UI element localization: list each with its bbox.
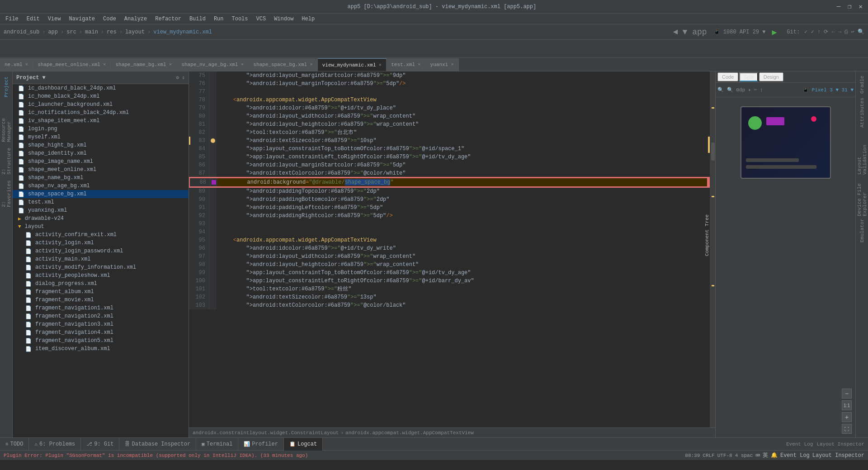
- layout-inspector[interactable]: Layout Inspector: [812, 452, 864, 459]
- tab-split[interactable]: Split: [739, 72, 758, 81]
- sidebar-file-dialog-progress-xml[interactable]: 📄dialog_progress.xml: [13, 280, 189, 288]
- breadcrumb-src[interactable]: src: [66, 29, 76, 35]
- zoom-expand-btn[interactable]: ⛶: [842, 424, 852, 434]
- sidebar-file-fragment-navigation3-xml[interactable]: 📄fragment_navigation3.xml: [13, 320, 189, 328]
- sidebar-file-shape-nv-age-bg-xml[interactable]: 📄shape_nv_age_bg.xml: [13, 182, 189, 190]
- code-content[interactable]: [217, 220, 710, 228]
- sidebar-file-activity-modify-information-xml[interactable]: 📄activity_modify_information.xml: [13, 263, 189, 271]
- tab-close-btn[interactable]: ×: [310, 62, 313, 67]
- sidebar-actions[interactable]: ⚙ ⇕: [176, 75, 185, 81]
- layout-inspector-btn[interactable]: Layout Inspector: [816, 442, 864, 447]
- code-content[interactable]: ">android:paddingTopcolor:#6a8759">="2dp…: [217, 187, 710, 195]
- breadcrumb-res[interactable]: res: [107, 29, 117, 35]
- code-content[interactable]: ">tool:textcolor:#6a8759">="台北市": [217, 128, 710, 137]
- zoom-tools[interactable]: 🔍 🔍 0dp ✦ ✂ ↕: [717, 87, 763, 93]
- sidebar-file-fragment-album-xml[interactable]: 📄fragment_album.xml: [13, 288, 189, 296]
- menu-item-analyze[interactable]: Analyze: [121, 15, 151, 23]
- code-content[interactable]: [217, 228, 710, 236]
- menu-item-refactor[interactable]: Refactor: [151, 15, 185, 23]
- tab-shape-space-bg-xml[interactable]: shape_space_bg.xml×: [249, 58, 317, 71]
- tab-shape-name-bg-xml[interactable]: shape_name_bg.xml×: [111, 58, 177, 71]
- close-button[interactable]: ✕: [857, 3, 864, 10]
- stripe-tab-gradle[interactable]: Gradle: [857, 73, 868, 96]
- code-content[interactable]: <androidx.appcompat.widget.AppCompatText…: [217, 236, 710, 244]
- tab-close-btn[interactable]: ×: [25, 62, 28, 67]
- sidebar-file-layout[interactable]: ▼layout: [13, 223, 189, 231]
- device-selector[interactable]: 📱 Pixel 3 ▼ 31 ▼: [802, 87, 854, 93]
- menu-item-build[interactable]: Build: [186, 15, 209, 23]
- tab-design[interactable]: Design: [759, 72, 783, 81]
- code-content[interactable]: ">android:paddingRightcolor:#6a8759">="5…: [217, 212, 710, 220]
- code-content[interactable]: ">android:paddingBottomcolor:#6a8759">="…: [217, 195, 710, 204]
- menu-item-file[interactable]: File: [2, 15, 22, 23]
- bottom-tab-terminal[interactable]: ▣Terminal: [196, 438, 238, 451]
- code-content[interactable]: ">android:layout_marginStartcolor:#6a875…: [217, 71, 710, 80]
- stripe-tab-attributes[interactable]: Attributes: [857, 97, 868, 128]
- sidebar-file-fragment-navigation1-xml[interactable]: 📄fragment_navigation1.xml: [13, 304, 189, 312]
- nav-back[interactable]: ◄: [673, 28, 678, 37]
- code-content[interactable]: ">android:layout_widthcolor:#6a8759">="w…: [217, 112, 710, 120]
- bottom-tab-logcat[interactable]: 📋Logcat: [284, 438, 323, 451]
- sidebar-file-myself-xml[interactable]: 📄myself.xml: [13, 133, 189, 141]
- sidebar-file-ic-dashboard-black-24dp-xml[interactable]: 📄ic_dashboard_black_24dp.xml: [13, 84, 189, 92]
- stripe-tab-device-file[interactable]: Device File Explorer: [857, 176, 868, 216]
- menu-item-code[interactable]: Code: [99, 15, 120, 23]
- stripe-tab-resource[interactable]: Resource Manager: [1, 101, 12, 142]
- sidebar-file-ic-launcher-background-xml[interactable]: 📄ic_launcher_background.xml: [13, 100, 189, 109]
- minimize-button[interactable]: —: [835, 3, 842, 10]
- code-content[interactable]: ">android:idcolor:#6a8759">="@+id/tv_dy_…: [217, 104, 710, 112]
- sidebar-file-fragment-navigation2-xml[interactable]: 📄fragment_navigation2.xml: [13, 312, 189, 320]
- code-content[interactable]: ">android:layout_marginTopcolor:#6a8759"…: [217, 80, 710, 88]
- code-content[interactable]: ">app:layout_constraintLeft_toRightOfcol…: [217, 153, 710, 161]
- tab-close-btn[interactable]: ×: [103, 62, 106, 67]
- zoom-in-btn[interactable]: +: [842, 412, 852, 422]
- tab-shape-meet-online-xml[interactable]: shape_meet_online.xml×: [33, 58, 111, 71]
- tab-close-btn[interactable]: ×: [451, 62, 454, 67]
- code-content[interactable]: [217, 88, 710, 96]
- code-content[interactable]: <androidx.appcompat.widget.AppCompatText…: [217, 96, 710, 104]
- breadcrumb-android-sub[interactable]: android_sub: [4, 29, 39, 35]
- bottom-tab-profiler[interactable]: 📊Profiler: [238, 438, 284, 451]
- menu-item-run[interactable]: Run: [210, 15, 227, 23]
- run-button[interactable]: ▶: [772, 27, 777, 37]
- code-content[interactable]: ">tool:textcolor:#6a8759">="粉丝": [217, 285, 710, 293]
- event-log[interactable]: Event Log: [780, 452, 810, 459]
- code-content[interactable]: ">app:layout_constraintTop_toBottomOfcol…: [217, 145, 708, 153]
- breadcrumb-app[interactable]: app: [48, 29, 58, 35]
- tab-close-btn[interactable]: ×: [241, 62, 244, 67]
- menu-item-navigate[interactable]: Navigate: [65, 15, 99, 23]
- tab-shape-nv-age-bg-xml[interactable]: shape_nv_age_bg.xml×: [177, 58, 249, 71]
- bottom-tab-6--problems[interactable]: ⚠6: Problems: [29, 438, 81, 451]
- tab-yuanxi[interactable]: yuanxi×: [426, 58, 459, 71]
- menu-item-vcs[interactable]: VCS: [253, 15, 270, 23]
- code-content[interactable]: ">android:textSizecolor:#6a8759">="10sp": [217, 137, 708, 145]
- tab-code[interactable]: Code: [717, 72, 738, 81]
- sidebar-file-activity-login-password-xml[interactable]: 📄activity_login_password.xml: [13, 247, 189, 255]
- tab-close-btn[interactable]: ×: [379, 62, 382, 68]
- maximize-button[interactable]: ❐: [846, 3, 853, 10]
- sidebar-file-shape-space-bg-xml[interactable]: 📄shape_space_bg.xml: [13, 190, 189, 198]
- line-ending[interactable]: CRLF: [703, 453, 714, 458]
- code-content[interactable]: ">app:layout_constraintTop_toBottomOfcol…: [217, 269, 710, 277]
- event-log-btn[interactable]: Event Log: [786, 442, 813, 447]
- zoom-out-btn[interactable]: −: [842, 389, 852, 399]
- tab-close-btn[interactable]: ×: [418, 62, 421, 67]
- sidebar-file-shape-image-name-xml[interactable]: 📄shape_image_name.xml: [13, 157, 189, 166]
- code-content[interactable]: ">android:paddingLeftcolor:#6a8759">="5d…: [217, 204, 710, 212]
- indent[interactable]: 4 spac: [735, 453, 753, 458]
- sidebar-file-ic-home-black-24dp-xml[interactable]: 📄ic_home_black_24dp.xml: [13, 92, 189, 100]
- sidebar-file-fragment-navigation4-xml[interactable]: 📄fragment_navigation4.xml: [13, 328, 189, 337]
- stripe-tab-favorites[interactable]: 2: Favorites: [1, 176, 12, 207]
- code-content[interactable]: ">android:layout_heightcolor:#6a8759">="…: [217, 120, 710, 128]
- code-content[interactable]: ">android:layout_heightcolor:#6a8759">="…: [217, 261, 710, 269]
- sidebar-file-shape-name-bg-xml[interactable]: 📄shape_name_bg.xml: [13, 174, 189, 182]
- tab-ne-xml[interactable]: ne.xml×: [0, 58, 33, 71]
- window-controls[interactable]: — ❐ ✕: [835, 3, 864, 10]
- sidebar-file-activity-main-xml[interactable]: 📄activity_main.xml: [13, 255, 189, 263]
- sidebar-file-iv-shape-item-meet-xml[interactable]: 📄iv_shape_item_meet.xml: [13, 117, 189, 125]
- tab-test-xml[interactable]: test.xml×: [387, 58, 425, 71]
- tab-close-btn[interactable]: ×: [169, 62, 172, 67]
- bottom-tab-database-inspector[interactable]: 🗄Database Inspector: [119, 438, 196, 451]
- cursor-position[interactable]: 88:39: [685, 453, 700, 458]
- bottom-tab-todo[interactable]: ≡TODO: [0, 438, 29, 451]
